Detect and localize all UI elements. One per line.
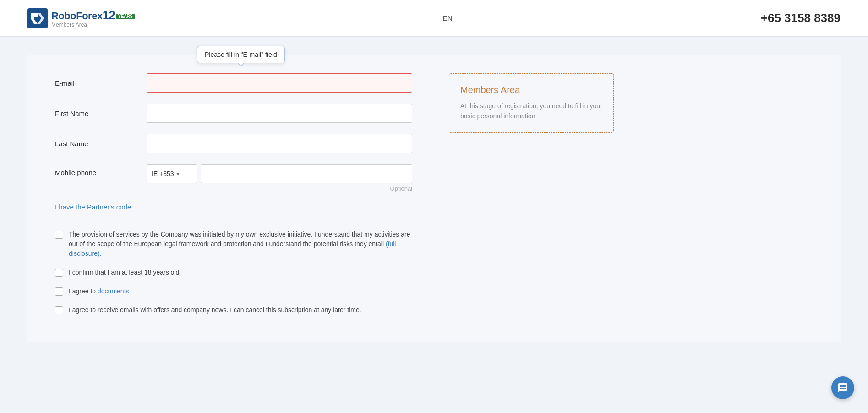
members-area-title: Members Area bbox=[460, 85, 602, 95]
last-name-input[interactable] bbox=[147, 134, 412, 153]
phone-country-selector[interactable]: IE +353 ▼ bbox=[147, 164, 197, 183]
members-area-box: Members Area At this stage of registrati… bbox=[449, 73, 614, 133]
first-name-label: First Name bbox=[55, 110, 147, 117]
last-name-input-wrap bbox=[147, 134, 412, 153]
form-panel: Please fill in "E-mail" field E-mail Fir… bbox=[27, 55, 841, 342]
language-selector[interactable]: EN bbox=[443, 14, 453, 22]
email-row: E-mail bbox=[55, 73, 412, 93]
logo-text: RoboForex12YEARS Members Area bbox=[51, 9, 135, 28]
registration-form: Please fill in "E-mail" field E-mail Fir… bbox=[55, 73, 412, 324]
checkbox-row-4: I agree to receive emails with offers an… bbox=[55, 305, 412, 315]
checkbox-4[interactable] bbox=[55, 306, 63, 314]
optional-label: Optional bbox=[147, 185, 412, 192]
partner-code-link[interactable]: I have the Partner's code bbox=[55, 203, 131, 211]
checkbox-4-text: I agree to receive emails with offers an… bbox=[69, 305, 361, 315]
checkbox-row-1: The provision of services by the Company… bbox=[55, 230, 412, 259]
checkbox-2[interactable] bbox=[55, 269, 63, 277]
phone-number: +65 3158 8389 bbox=[761, 11, 841, 25]
checkbox-1[interactable] bbox=[55, 231, 63, 239]
partner-code-section: I have the Partner's code bbox=[55, 203, 412, 211]
phone-country-code: IE +353 bbox=[152, 170, 174, 177]
form-sidebar: Members Area At this stage of registrati… bbox=[449, 73, 614, 324]
logo-brand: RoboForex12YEARS bbox=[51, 9, 135, 21]
checkbox-3-text: I agree to documents bbox=[69, 286, 129, 296]
last-name-row: Last Name bbox=[55, 134, 412, 153]
email-input-wrap bbox=[147, 73, 412, 93]
chat-icon bbox=[837, 382, 848, 393]
tooltip-bubble: Please fill in "E-mail" field bbox=[197, 46, 285, 63]
checkbox-3[interactable] bbox=[55, 287, 63, 296]
checkbox-1-text: The provision of services by the Company… bbox=[69, 230, 412, 259]
phone-inputs: IE +353 ▼ bbox=[147, 164, 412, 183]
logo-icon bbox=[27, 8, 48, 28]
svg-rect-0 bbox=[27, 8, 48, 28]
phone-input-wrap: IE +353 ▼ Optional bbox=[147, 164, 412, 192]
first-name-input[interactable] bbox=[147, 104, 412, 123]
main-content: Please fill in "E-mail" field E-mail Fir… bbox=[0, 37, 868, 361]
mobile-phone-label: Mobile phone bbox=[55, 169, 147, 176]
email-input[interactable] bbox=[147, 73, 412, 93]
email-label: E-mail bbox=[55, 79, 147, 87]
header: RoboForex12YEARS Members Area EN +65 315… bbox=[0, 0, 868, 37]
chevron-down-icon: ▼ bbox=[176, 171, 180, 176]
checkbox-row-2: I confirm that I am at least 18 years ol… bbox=[55, 268, 412, 277]
checkbox-section: The provision of services by the Company… bbox=[55, 230, 412, 315]
years-number: 12 bbox=[103, 8, 115, 22]
members-area-description: At this stage of registration, you need … bbox=[460, 101, 602, 121]
first-name-row: First Name bbox=[55, 104, 412, 123]
years-badge: YEARS bbox=[116, 14, 135, 19]
mobile-phone-row: Mobile phone IE +353 ▼ Optional bbox=[55, 164, 412, 192]
last-name-label: Last Name bbox=[55, 140, 147, 148]
chat-button[interactable] bbox=[831, 376, 854, 399]
checkbox-2-text: I confirm that I am at least 18 years ol… bbox=[69, 268, 181, 277]
logo-sub: Members Area bbox=[51, 22, 135, 28]
logo-area: RoboForex12YEARS Members Area bbox=[27, 8, 135, 28]
brand-name: RoboForex bbox=[51, 10, 103, 22]
phone-number-input[interactable] bbox=[201, 164, 412, 183]
checkbox-row-3: I agree to documents bbox=[55, 286, 412, 296]
first-name-input-wrap bbox=[147, 104, 412, 123]
